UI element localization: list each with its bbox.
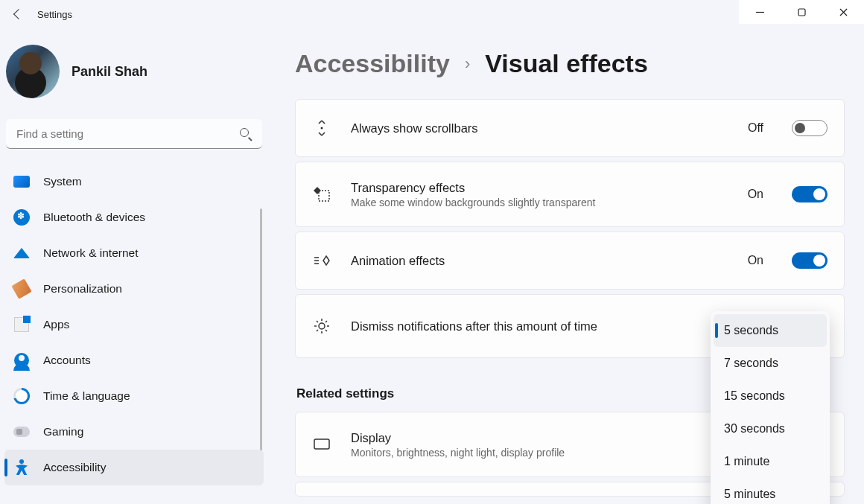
sidebar-item-accessibility[interactable]: Accessibility — [4, 450, 264, 485]
nav-list: System Bluetooth & devices Network & int… — [4, 164, 264, 485]
toggle-state: Off — [748, 121, 763, 135]
breadcrumb: Accessibility › Visual effects — [295, 49, 845, 78]
chevron-right-icon: › — [465, 54, 470, 74]
transparency-icon — [312, 185, 331, 204]
scrollbar-icon — [312, 118, 331, 138]
wifi-icon — [13, 245, 30, 261]
setting-title: Transparency effects — [351, 181, 728, 195]
scrollbar[interactable] — [260, 208, 262, 476]
svg-point-6 — [319, 323, 325, 329]
sidebar-item-label: Apps — [43, 318, 69, 331]
breadcrumb-parent[interactable]: Accessibility — [295, 49, 450, 78]
dismiss-time-dropdown: 5 seconds 7 seconds 15 seconds 30 second… — [711, 311, 830, 504]
sidebar-item-bluetooth[interactable]: Bluetooth & devices — [4, 200, 264, 235]
brush-icon — [13, 281, 30, 297]
toggle-animation[interactable] — [792, 252, 828, 269]
search-field[interactable] — [6, 119, 262, 149]
sidebar-item-label: Gaming — [43, 425, 83, 438]
dropdown-option[interactable]: 15 seconds — [714, 380, 827, 412]
sidebar-item-time[interactable]: Time & language — [4, 378, 264, 414]
search-icon — [240, 128, 252, 140]
svg-rect-1 — [798, 9, 805, 16]
svg-line-12 — [325, 330, 327, 331]
page-title: Visual effects — [485, 49, 648, 78]
animation-icon — [312, 251, 331, 270]
maximize-button[interactable] — [781, 0, 822, 24]
sidebar-item-label: System — [43, 175, 82, 188]
sidebar-item-label: Accessibility — [43, 461, 106, 474]
svg-line-13 — [317, 330, 318, 331]
sidebar-item-accounts[interactable]: Accounts — [4, 342, 264, 378]
sidebar-item-label: Accounts — [43, 354, 91, 367]
toggle-transparency[interactable] — [792, 186, 828, 202]
setting-animation[interactable]: Animation effects On — [295, 232, 845, 290]
setting-subtitle: Make some window backgrounds slightly tr… — [351, 197, 728, 208]
title-bar: Settings — [0, 0, 864, 30]
main-content: Accessibility › Visual effects Always sh… — [268, 30, 864, 504]
dropdown-option[interactable]: 7 seconds — [714, 347, 827, 380]
dropdown-option[interactable]: 30 seconds — [714, 412, 827, 445]
svg-point-4 — [321, 127, 323, 130]
apps-icon — [13, 316, 30, 333]
sidebar-item-system[interactable]: System — [4, 164, 264, 200]
bluetooth-icon — [13, 209, 30, 226]
toggle-state: On — [748, 188, 763, 201]
toggle-state: On — [748, 254, 763, 267]
display-icon — [312, 435, 331, 454]
setting-scrollbars[interactable]: Always show scrollbars Off — [295, 99, 845, 157]
sidebar-item-label: Bluetooth & devices — [43, 211, 145, 224]
svg-line-11 — [317, 321, 318, 322]
system-icon — [13, 173, 30, 190]
sidebar-item-personalization[interactable]: Personalization — [4, 271, 264, 307]
gamepad-icon — [13, 424, 30, 440]
sidebar-item-apps[interactable]: Apps — [4, 307, 264, 342]
dropdown-option[interactable]: 5 minutes — [714, 478, 827, 504]
sidebar: Pankil Shah System Bluetooth & devices N… — [0, 30, 268, 504]
close-button[interactable] — [822, 0, 864, 24]
svg-rect-15 — [314, 439, 329, 449]
sidebar-item-gaming[interactable]: Gaming — [4, 414, 264, 450]
search-input[interactable] — [6, 119, 262, 149]
accessibility-icon — [13, 459, 30, 476]
avatar — [6, 45, 60, 98]
back-button[interactable] — [10, 7, 24, 21]
minimize-button[interactable] — [739, 0, 781, 24]
sidebar-item-label: Time & language — [43, 389, 130, 403]
sidebar-item-label: Personalization — [43, 282, 122, 296]
svg-rect-5 — [319, 191, 329, 201]
sidebar-item-network[interactable]: Network & internet — [4, 235, 264, 271]
clock-icon — [13, 388, 30, 404]
sidebar-item-label: Network & internet — [43, 246, 139, 260]
brightness-icon — [312, 316, 331, 336]
setting-title: Always show scrollbars — [351, 121, 728, 135]
profile-block[interactable]: Pankil Shah — [4, 37, 264, 119]
profile-name: Pankil Shah — [72, 64, 147, 80]
setting-transparency[interactable]: Transparency effects Make some window ba… — [295, 162, 845, 227]
svg-line-14 — [325, 321, 327, 322]
setting-title: Animation effects — [351, 254, 728, 268]
dropdown-option[interactable]: 1 minute — [714, 445, 827, 478]
window-title: Settings — [37, 9, 72, 20]
accounts-icon — [13, 352, 30, 369]
dropdown-option[interactable]: 5 seconds — [714, 314, 827, 347]
toggle-scrollbars[interactable] — [792, 120, 828, 136]
